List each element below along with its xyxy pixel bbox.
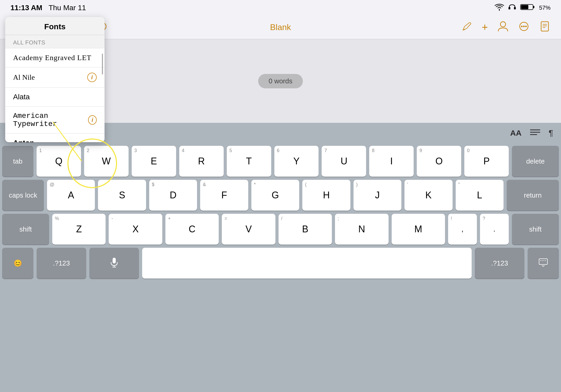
i-key[interactable]: 8 I [369, 146, 414, 177]
o-key-label: O [435, 156, 443, 167]
word-count-badge: 0 words [258, 74, 303, 88]
d-key[interactable]: $ D [149, 180, 197, 211]
scrollbar-indicator [102, 54, 103, 74]
keyboard-dismiss-key[interactable] [528, 248, 559, 279]
exclaim-comma-key[interactable]: ! , [448, 214, 477, 245]
return-key[interactable]: return [507, 180, 559, 211]
q-key[interactable]: 1 Q [37, 146, 81, 177]
wifi-icon [495, 3, 504, 12]
headphones-icon [508, 3, 516, 12]
h-key[interactable]: ( H [302, 180, 350, 211]
font-item-anton[interactable]: Anton [5, 134, 105, 142]
l-key[interactable]: " L [456, 180, 504, 211]
n-key-label: N [358, 224, 365, 235]
j-key[interactable]: ) J [354, 180, 401, 211]
b-key[interactable]: / B [279, 214, 332, 245]
m-key[interactable]: M [392, 214, 445, 245]
tab-key[interactable]: tab [2, 146, 33, 177]
f-key[interactable]: & F [200, 180, 248, 211]
l-key-label: L [477, 190, 482, 201]
e-key-label: E [151, 156, 157, 167]
y-key[interactable]: 6 Y [274, 146, 319, 177]
tab-key-label: tab [13, 157, 22, 165]
font-item-american-typewriter[interactable]: American Typewriter i [5, 107, 105, 134]
f-key-sub: & [203, 182, 206, 187]
delete-key[interactable]: delete [512, 146, 559, 177]
t-key[interactable]: 5 T [227, 146, 271, 177]
numeric-key-label: .?123 [53, 259, 70, 267]
status-time: 11:13 AM [10, 4, 42, 12]
v-key-label: V [245, 224, 252, 235]
svg-rect-1 [514, 7, 516, 9]
g-key[interactable]: * G [251, 180, 299, 211]
shift-right-key[interactable]: shift [512, 214, 559, 245]
k-key-label: K [425, 190, 432, 201]
status-date: Thu Mar 11 [49, 4, 86, 12]
i-key-label: I [390, 156, 393, 167]
question-period-label: . [493, 225, 495, 233]
font-name-academy: Academy Engraved LET [13, 54, 91, 62]
svg-point-18 [525, 26, 527, 27]
font-name-american-typewriter: American Typewriter [13, 112, 88, 128]
document-title[interactable]: Blank [270, 22, 291, 32]
numeric2-key[interactable]: .?123 [475, 248, 524, 279]
svg-rect-35 [113, 258, 116, 263]
text-align-icon[interactable] [529, 128, 541, 139]
k-key[interactable]: ' K [404, 180, 452, 211]
font-item-academy[interactable]: Academy Engraved LET [5, 48, 105, 67]
font-item-alnile[interactable]: Al Nile i [5, 67, 105, 88]
comment-icon[interactable] [518, 21, 530, 34]
s-key[interactable]: S [98, 180, 146, 211]
caps-lock-key[interactable]: caps lock [2, 180, 44, 211]
mic-key-label [110, 257, 118, 269]
u-key-sub: 7 [324, 148, 327, 153]
p-key-sub: 0 [467, 148, 470, 153]
font-name-anton: Anton [13, 139, 34, 142]
r-key-sub: 4 [182, 148, 184, 153]
question-period-key[interactable]: ? . [480, 214, 509, 245]
document-icon[interactable] [539, 21, 551, 34]
z-key-label: Z [76, 224, 82, 235]
keyboard-row-3: shift % Z - X + C = V / B ; N M ! [0, 212, 561, 246]
status-icons: 57% [495, 3, 551, 12]
n-key[interactable]: ; N [335, 214, 388, 245]
u-key[interactable]: 7 U [322, 146, 366, 177]
g-key-sub: * [254, 182, 256, 187]
add-icon[interactable]: + [482, 21, 488, 33]
z-key-sub: % [55, 216, 59, 221]
font-info-icon-american-typewriter[interactable]: i [88, 115, 97, 125]
e-key[interactable]: 3 E [132, 146, 176, 177]
svg-rect-19 [541, 22, 548, 31]
person-icon[interactable] [497, 21, 509, 34]
h-key-label: H [323, 190, 330, 201]
fonts-scroll-area[interactable]: Academy Engraved LET Al Nile i Alata Ame… [5, 48, 105, 142]
svg-point-16 [521, 26, 523, 27]
z-key[interactable]: % Z [52, 214, 106, 245]
font-item-alata[interactable]: Alata [5, 88, 105, 107]
w-key[interactable]: 2 W [84, 146, 129, 177]
d-key-sub: $ [152, 182, 154, 187]
p-key[interactable]: 0 P [464, 146, 509, 177]
font-info-icon-alnile[interactable]: i [87, 73, 97, 82]
emoji-key[interactable]: 😊 [2, 248, 33, 279]
v-key[interactable]: = V [222, 214, 275, 245]
r-key[interactable]: 4 R [179, 146, 224, 177]
x-key[interactable]: - X [109, 214, 162, 245]
c-key[interactable]: + C [165, 214, 219, 245]
svg-rect-0 [508, 7, 510, 9]
paragraph-icon[interactable]: ¶ [549, 128, 553, 138]
svg-rect-3 [533, 6, 534, 8]
annotate-icon[interactable] [461, 21, 472, 34]
space-key[interactable] [142, 248, 472, 279]
m-key-label: M [414, 224, 422, 235]
numeric2-key-label: .?123 [491, 259, 508, 267]
b-key-label: B [302, 224, 308, 235]
mic-key[interactable] [89, 248, 139, 279]
t-key-label: T [246, 156, 252, 167]
shift-left-label: shift [19, 225, 32, 233]
o-key[interactable]: 9 O [417, 146, 461, 177]
shift-left-key[interactable]: shift [2, 214, 49, 245]
numeric-key[interactable]: .?123 [37, 248, 86, 279]
font-size-icon[interactable]: AA [510, 129, 521, 137]
a-key[interactable]: @ A [47, 180, 95, 211]
